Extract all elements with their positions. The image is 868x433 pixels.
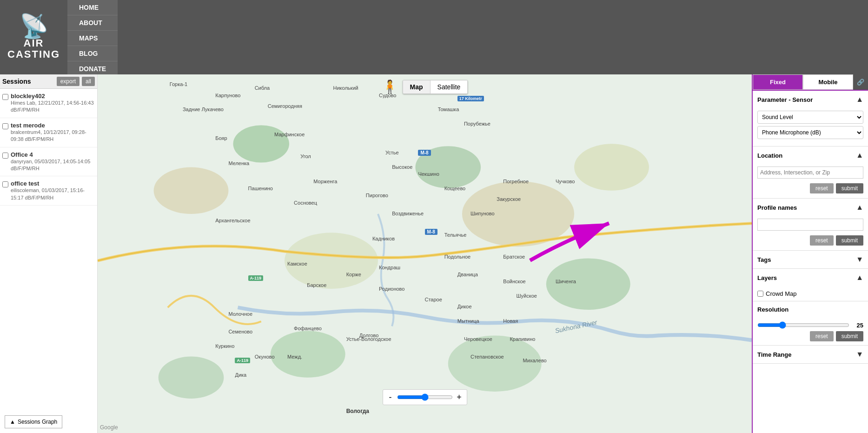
city-label: Фофанцево <box>294 326 322 331</box>
city-label: Устье <box>385 150 399 155</box>
city-label: Меленка <box>228 160 249 166</box>
crowd-map-checkbox[interactable] <box>757 291 763 297</box>
session-name-1: blockley402 <box>11 93 95 100</box>
tags-header[interactable]: Tags ▼ <box>753 251 868 268</box>
city-label: Дикое <box>457 304 472 309</box>
panel-link-icon[interactable]: 🔗 <box>853 74 868 90</box>
city-label: Марфинское <box>274 132 305 137</box>
layers-label: Layers <box>757 274 777 281</box>
city-label: Кадников <box>372 236 395 241</box>
road-sign-a119-2: А-119 <box>235 358 250 363</box>
city-label: Кондраш <box>379 265 400 270</box>
tab-fixed[interactable]: Fixed <box>753 74 803 90</box>
parameter-sensor-content: Sound Level Phone Microphone (dB) <box>753 108 868 146</box>
radio-tower-icon: 📡 <box>20 14 48 38</box>
list-item: office test eiliscoleman, 01/03/2017, 15… <box>0 176 97 206</box>
location-reset-button[interactable]: reset <box>810 183 834 193</box>
city-label: Угол <box>300 153 311 159</box>
profile-names-header[interactable]: Profile names ▲ <box>753 199 868 216</box>
city-label: Семигородняя <box>268 103 302 109</box>
crowd-map-label: Crowd Map <box>766 290 796 297</box>
time-range-label: Time Range <box>757 351 791 358</box>
session-checkbox-1[interactable] <box>2 94 8 100</box>
nav-maps[interactable]: MAPS <box>67 31 118 46</box>
map-type-satellite-button[interactable]: Satellite <box>431 80 468 93</box>
export-button[interactable]: export <box>57 77 80 86</box>
all-button[interactable]: all <box>82 77 95 86</box>
svg-point-8 <box>271 331 345 378</box>
city-label: Сибла <box>255 85 270 91</box>
resolution-content: 25 reset submit <box>753 318 868 345</box>
road-sign-17km: 17 Kilometr <box>457 96 484 101</box>
sessions-graph-area: ▲ Sessions Graph <box>0 411 97 433</box>
location-toggle-icon: ▲ <box>856 151 863 160</box>
crowd-map-row: Crowd Map <box>753 286 868 301</box>
city-label: Крапивино <box>510 336 535 342</box>
layers-toggle-icon: ▲ <box>856 273 863 282</box>
tags-label: Tags <box>757 256 771 263</box>
resolution-submit-button[interactable]: submit <box>836 331 863 341</box>
app-title: AIRCASTING <box>7 38 60 60</box>
sessions-title: Sessions <box>2 78 54 85</box>
zoom-slider[interactable] <box>397 393 453 401</box>
tab-mobile[interactable]: Mobile <box>803 74 853 90</box>
profile-names-section: Profile names ▲ reset submit <box>753 199 868 251</box>
svg-point-4 <box>574 144 649 191</box>
layers-section: Layers ▲ Crowd Map <box>753 269 868 301</box>
sensor-select[interactable]: Phone Microphone (dB) <box>757 126 863 139</box>
resolution-reset-button[interactable]: reset <box>810 331 834 341</box>
city-label: Родионово <box>379 286 404 292</box>
sessions-graph-button[interactable]: ▲ Sessions Graph <box>5 415 62 428</box>
session-list: blockley402 Himes Lab, 12/21/2017, 14:56… <box>0 89 97 411</box>
nav-home[interactable]: HOME <box>67 0 118 15</box>
resolution-section: Resolution 25 reset submit <box>753 301 868 346</box>
layers-header[interactable]: Layers ▲ <box>753 269 868 286</box>
map-area[interactable]: Sukhona River Горка-1 Карпуново Сибла Се… <box>98 74 752 433</box>
city-label: Дика <box>235 372 246 378</box>
list-item: test merode bralcentrum4, 10/12/2017, 09… <box>0 118 97 147</box>
resolution-slider-row: 25 <box>757 321 863 329</box>
location-submit-button[interactable]: submit <box>836 183 863 193</box>
nav-blog[interactable]: BLOG <box>67 46 118 61</box>
profile-names-input[interactable] <box>757 219 863 231</box>
location-section: Location ▲ reset submit <box>753 147 868 199</box>
profile-names-label: Profile names <box>757 204 797 211</box>
city-label: Камское <box>287 261 307 266</box>
parameter-select[interactable]: Sound Level <box>757 111 863 124</box>
session-meta-4: eiliscoleman, 01/03/2017, 15:16-15:17 dB… <box>11 187 95 201</box>
city-label: Кощеево <box>444 186 466 191</box>
location-header[interactable]: Location ▲ <box>753 147 868 164</box>
header: 📡 AIRCASTING HOME ABOUT MAPS BLOG DONATE <box>0 0 868 74</box>
city-label: Мытница <box>457 318 479 324</box>
road-sign-a119-1: А-119 <box>248 275 264 281</box>
session-name-4: office test <box>11 180 95 187</box>
time-range-header[interactable]: Time Range ▼ <box>753 346 868 363</box>
city-label: Михалево <box>523 358 547 363</box>
session-checkbox-3[interactable] <box>2 153 8 159</box>
person-icon[interactable]: 🧍 <box>382 79 398 94</box>
profile-names-submit-button[interactable]: submit <box>836 235 863 246</box>
city-label: Порубежье <box>464 121 490 127</box>
list-item: blockley402 Himes Lab, 12/21/2017, 14:56… <box>0 89 97 118</box>
map-type-map-button[interactable]: Map <box>403 80 430 93</box>
svg-point-1 <box>154 167 229 214</box>
resolution-header[interactable]: Resolution <box>753 301 868 318</box>
city-label: Воздвиженье <box>392 211 424 216</box>
city-label: Карпуново <box>215 93 240 98</box>
zoom-in-button[interactable]: + <box>453 391 466 404</box>
nav-links: HOME ABOUT MAPS BLOG DONATE <box>67 0 118 74</box>
location-input[interactable] <box>757 167 863 179</box>
city-label: Черовецкое <box>464 336 492 342</box>
resolution-slider[interactable] <box>757 321 849 329</box>
city-label: Пирогово <box>366 193 388 198</box>
profile-names-reset-button[interactable]: reset <box>810 235 834 246</box>
session-checkbox-2[interactable] <box>2 123 8 129</box>
parameter-sensor-header[interactable]: Parameter - Sensor ▲ <box>753 91 868 108</box>
panel-tabs: Fixed Mobile 🔗 <box>753 74 868 91</box>
city-label: Молочное <box>228 311 252 317</box>
parameter-sensor-toggle-icon: ▲ <box>856 95 863 104</box>
parameter-sensor-section: Parameter - Sensor ▲ Sound Level Phone M… <box>753 91 868 147</box>
session-checkbox-4[interactable] <box>2 181 8 187</box>
nav-about[interactable]: ABOUT <box>67 15 118 31</box>
zoom-out-button[interactable]: - <box>384 391 397 404</box>
